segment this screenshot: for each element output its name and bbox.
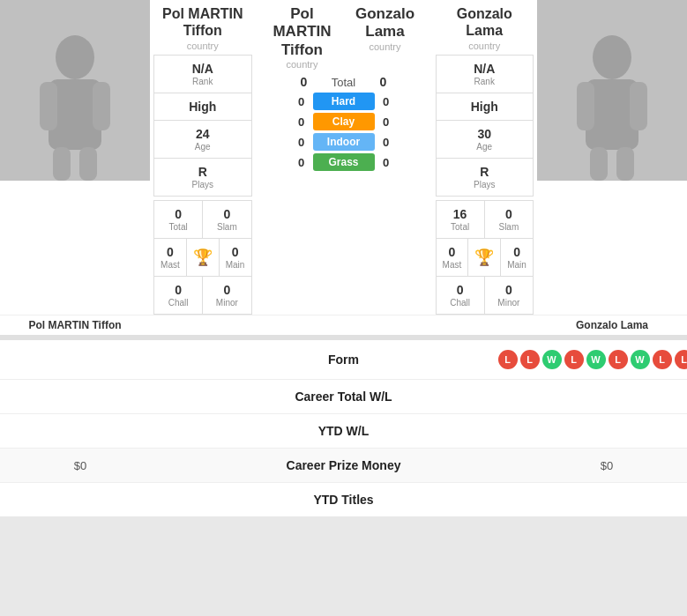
left-player-stats: Pol MARTIN Tiffon country N/A Rank High <box>150 0 256 315</box>
left-player-name: Pol MARTIN Tiffon <box>153 0 252 41</box>
indoor-court-row: 0 Indoor 0 <box>294 133 394 151</box>
career-wl-label: Career Total W/L <box>146 390 541 404</box>
left-player-name-center: Pol MARTIN Tiffon country <box>261 5 344 70</box>
svg-rect-2 <box>40 82 57 130</box>
left-player-name-label: Pol MARTIN Tiffon <box>0 315 150 335</box>
form-badge-l: L <box>609 350 628 369</box>
career-wl-row: Career Total W/L <box>0 380 687 414</box>
page-container: Pol MARTIN Tiffon country N/A Rank High <box>0 0 687 616</box>
svg-rect-8 <box>577 82 594 130</box>
form-badge-l: L <box>653 350 672 369</box>
right-player-stats: Gonzalo Lama country N/A Rank High <box>432 0 538 315</box>
form-badge-l: L <box>498 350 518 369</box>
left-plays-cell: R Plays <box>154 159 251 196</box>
svg-rect-11 <box>616 147 634 181</box>
form-badge-l: L <box>520 350 540 369</box>
trophy-icon-left: 🏆 <box>187 239 219 276</box>
left-total-cell: 0 Total <box>154 201 202 238</box>
ytd-wl-label: YTD W/L <box>146 424 541 438</box>
player-name-labels: Pol MARTIN Tiffon Gonzalo Lama <box>0 315 687 335</box>
form-label: Form <box>146 353 541 367</box>
right-mast-cell: 0 Mast <box>437 239 468 276</box>
prize-row: $0 Career Prize Money $0 <box>0 449 687 483</box>
right-slam-cell: 0 Slam <box>485 201 533 238</box>
left-age-cell: 24 Age <box>154 121 251 158</box>
svg-rect-9 <box>630 82 647 130</box>
svg-rect-5 <box>79 147 97 181</box>
svg-rect-3 <box>93 82 110 130</box>
svg-rect-10 <box>590 147 608 181</box>
left-main-cell: 0 Main <box>220 239 251 276</box>
right-high-cell: High <box>437 93 534 120</box>
prize-label: Career Prize Money <box>146 458 541 472</box>
center-stats-area: Pol MARTIN Tiffon country Gonzalo Lama c… <box>256 0 432 315</box>
right-player-name-center: Gonzalo Lama country <box>344 5 427 70</box>
prize-left: $0 <box>14 459 146 472</box>
right-rank-cell: N/A Rank <box>437 56 534 93</box>
clay-court-row: 0 Clay 0 <box>294 113 394 130</box>
ytd-titles-row: YTD Titles <box>0 483 687 516</box>
form-badge-l: L <box>675 350 688 369</box>
prize-right: $0 <box>541 459 673 472</box>
trophy-icon-right: 🏆 <box>468 239 500 276</box>
ytd-titles-label: YTD Titles <box>146 493 541 507</box>
left-mast-cell: 0 Mast <box>154 239 186 276</box>
form-badge-w: W <box>586 350 606 369</box>
left-minor-cell: 0 Minor <box>203 277 250 314</box>
left-slam-cell: 0 Slam <box>203 201 250 238</box>
right-titles-box: 16 Total 0 Slam 0 Mast <box>436 200 534 315</box>
right-stats-box: N/A Rank High 30 Age <box>436 55 534 197</box>
svg-point-0 <box>56 35 94 79</box>
form-badges-container: LLWLWLWLLL <box>541 350 673 369</box>
match-top-section: Pol MARTIN Tiffon country N/A Rank High <box>0 0 687 315</box>
form-badge-w: W <box>542 350 562 369</box>
right-player-photo <box>537 0 687 181</box>
info-rows: Form LLWLWLWLLL Career Total W/L YTD W/L… <box>0 340 687 516</box>
left-rank-cell: N/A Rank <box>154 56 251 93</box>
right-player-country: country <box>436 41 534 51</box>
right-chall-cell: 0 Chall <box>437 277 484 314</box>
form-row: Form LLWLWLWLLL <box>0 340 687 380</box>
right-main-cell: 0 Main <box>501 239 533 276</box>
right-plays-cell: R Plays <box>437 159 534 196</box>
total-row: 0 Total 0 <box>296 75 392 89</box>
hard-court-row: 0 Hard 0 <box>294 93 394 110</box>
form-badge-w: W <box>631 350 650 369</box>
right-age-cell: 30 Age <box>437 121 534 158</box>
right-minor-cell: 0 Minor <box>485 277 533 314</box>
left-high-cell: High <box>154 93 251 120</box>
right-player-name-label: Gonzalo Lama <box>537 315 687 335</box>
svg-rect-4 <box>53 147 71 181</box>
left-chall-cell: 0 Chall <box>154 277 202 314</box>
ytd-wl-row: YTD W/L <box>0 414 687 449</box>
grass-court-row: 0 Grass 0 <box>294 153 394 171</box>
left-player-photo <box>0 0 150 181</box>
player-names-row: Pol MARTIN Tiffon country Gonzalo Lama c… <box>256 5 432 70</box>
left-stats-box: N/A Rank High 24 Age <box>153 55 252 197</box>
left-player-country: country <box>153 41 252 51</box>
right-total-cell: 16 Total <box>437 201 484 238</box>
left-titles-box: 0 Total 0 Slam 0 Mast <box>153 200 252 315</box>
form-badge-l: L <box>564 350 584 369</box>
right-player-name: Gonzalo Lama <box>436 0 534 41</box>
svg-point-6 <box>593 35 631 79</box>
